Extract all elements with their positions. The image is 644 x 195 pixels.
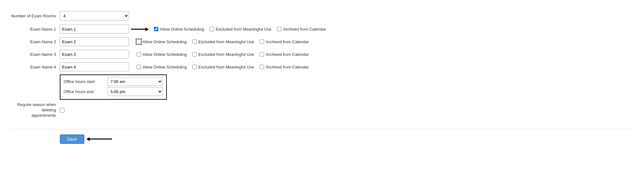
office-hours-row: Office hours start 7:00 am 6:00 am 6:30 … <box>9 74 635 100</box>
exam-row-4: Exam Name 4 Allow Online Scheduling Excl… <box>9 61 635 73</box>
num-exam-rooms-label: Number of Exam Rooms <box>9 14 60 18</box>
arrow-line-1 <box>131 29 148 30</box>
exam-row-2: Exam Name 2 Allow Online Scheduling Excl… <box>9 36 635 47</box>
exam-2-input[interactable] <box>60 37 129 46</box>
excluded-mu-3-checkbox[interactable] <box>192 52 197 56</box>
require-reason-row: Require reason when deleting appointment… <box>9 102 635 118</box>
archived-cal-3-label: Archived from Calendar <box>266 52 309 57</box>
require-reason-label-line1: Require reason when deleting <box>17 102 56 112</box>
allow-online-1-label: Allow Online Scheduling <box>160 27 204 32</box>
archived-cal-4-checkbox[interactable] <box>260 65 264 69</box>
excluded-mu-2-item: Excluded from Meaningful Use <box>192 39 254 44</box>
require-reason-checkbox[interactable] <box>60 108 65 113</box>
office-end-select[interactable]: 5:00 pm 3:00 pm 3:30 pm 4:00 pm 4:30 pm … <box>108 87 163 96</box>
exam-3-label: Exam Name 3 <box>9 52 60 57</box>
exam-4-checkboxes: Allow Online Scheduling Excluded from Me… <box>134 65 309 69</box>
archived-cal-2-item: Archived from Calendar <box>260 39 309 44</box>
excluded-mu-2-checkbox[interactable] <box>192 39 197 44</box>
exam-1-input[interactable] <box>60 25 129 33</box>
archived-cal-4-item: Archived from Calendar <box>260 65 309 69</box>
exam-1-label: Exam Name 1 <box>9 27 60 32</box>
exam-1-checkboxes: Allow Online Scheduling Excluded from Me… <box>151 27 326 32</box>
allow-online-4-item: Allow Online Scheduling <box>137 65 187 69</box>
excluded-mu-1-label: Excluded from Meaningful Use <box>216 27 271 32</box>
require-reason-label-line2: appointments <box>31 113 56 118</box>
exam-4-label: Exam Name 4 <box>9 65 60 69</box>
allow-online-2-checkbox[interactable] <box>137 39 141 44</box>
excluded-mu-4-checkbox[interactable] <box>192 65 197 69</box>
allow-online-2-label: Allow Online Scheduling <box>143 39 187 44</box>
archived-cal-1-checkbox[interactable] <box>277 27 281 31</box>
num-exam-rooms-row: Number of Exam Rooms 4 1 2 3 5 6 7 8 <box>9 9 635 22</box>
archived-cal-1-label: Archived from Calendar <box>283 27 326 32</box>
allow-online-3-checkbox[interactable] <box>137 52 141 56</box>
office-end-label: Office hours end <box>64 89 108 94</box>
excluded-mu-1-item: Excluded from Meaningful Use <box>210 27 271 32</box>
exam-3-checkboxes: Allow Online Scheduling Excluded from Me… <box>134 52 309 57</box>
allow-online-3-item: Allow Online Scheduling <box>137 52 187 57</box>
excluded-mu-2-label: Excluded from Meaningful Use <box>198 39 254 44</box>
exam-3-input[interactable] <box>60 50 129 59</box>
exam-row-3: Exam Name 3 Allow Online Scheduling Excl… <box>9 49 635 60</box>
allow-online-4-checkbox[interactable] <box>137 65 141 69</box>
require-reason-label: Require reason when deleting appointment… <box>9 102 60 118</box>
archived-cal-3-item: Archived from Calendar <box>260 52 309 57</box>
office-start-row: Office hours start 7:00 am 6:00 am 6:30 … <box>64 77 163 86</box>
office-hours-box: Office hours start 7:00 am 6:00 am 6:30 … <box>60 74 167 100</box>
exam-2-label: Exam Name 2 <box>9 39 60 44</box>
exam-2-checkboxes: Allow Online Scheduling Excluded from Me… <box>134 39 309 44</box>
excluded-mu-1-checkbox[interactable] <box>210 27 214 31</box>
office-end-row: Office hours end 5:00 pm 3:00 pm 3:30 pm… <box>64 87 163 96</box>
allow-online-4-label: Allow Online Scheduling <box>143 65 187 69</box>
allow-online-1-checkbox[interactable] <box>154 27 158 31</box>
archived-cal-3-checkbox[interactable] <box>260 52 264 56</box>
archived-cal-1-item: Archived from Calendar <box>277 27 326 32</box>
exam-row-1: Exam Name 1 Allow Online Scheduling Excl… <box>9 23 635 35</box>
office-start-select[interactable]: 7:00 am 6:00 am 6:30 am 7:30 am 8:00 am … <box>108 77 163 86</box>
save-arrow <box>87 139 112 139</box>
num-exam-rooms-select[interactable]: 4 1 2 3 5 6 7 8 <box>60 11 129 21</box>
excluded-mu-4-label: Excluded from Meaningful Use <box>198 65 254 69</box>
allow-online-2-item: Allow Online Scheduling <box>137 39 187 44</box>
archived-cal-4-label: Archived from Calendar <box>266 65 309 69</box>
excluded-mu-4-item: Excluded from Meaningful Use <box>192 65 254 69</box>
allow-online-3-label: Allow Online Scheduling <box>143 52 187 57</box>
page-container: Number of Exam Rooms 4 1 2 3 5 6 7 8 Exa… <box>0 0 644 195</box>
exam-4-input[interactable] <box>60 62 129 71</box>
excluded-mu-3-item: Excluded from Meaningful Use <box>192 52 254 57</box>
archived-cal-2-label: Archived from Calendar <box>266 39 309 44</box>
save-button[interactable]: Save <box>60 134 84 144</box>
archived-cal-2-checkbox[interactable] <box>260 39 264 44</box>
allow-online-1-item: Allow Online Scheduling <box>154 27 204 32</box>
save-arrow-line <box>87 139 112 139</box>
save-section: Save <box>9 129 635 144</box>
form-section: Number of Exam Rooms 4 1 2 3 5 6 7 8 Exa… <box>9 6 635 123</box>
office-start-label: Office hours start <box>64 79 108 84</box>
exam-1-arrow <box>129 29 148 30</box>
excluded-mu-3-label: Excluded from Meaningful Use <box>198 52 254 57</box>
